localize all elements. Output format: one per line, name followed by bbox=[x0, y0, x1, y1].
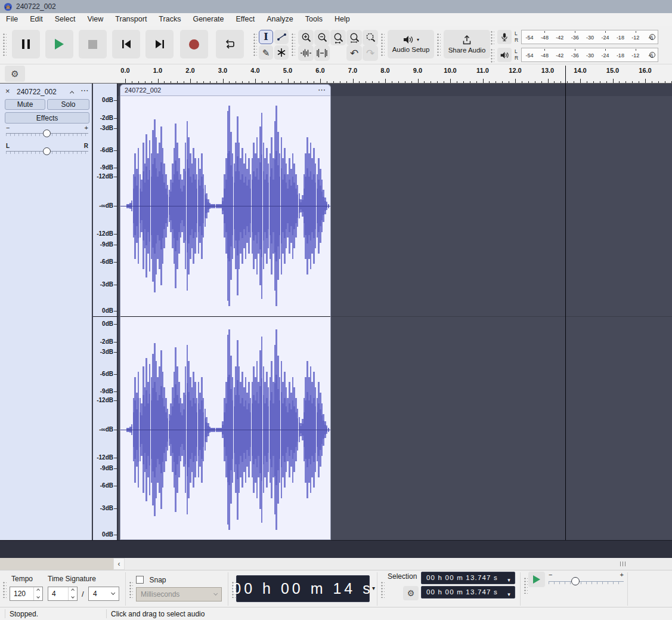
time-signature-upper-spinbox[interactable]: 4 bbox=[48, 587, 78, 601]
mute-button[interactable]: Mute bbox=[5, 99, 45, 110]
zoom-in-button[interactable] bbox=[298, 30, 314, 45]
empty-track-space[interactable] bbox=[0, 540, 672, 558]
tempo-down-button[interactable] bbox=[34, 594, 42, 600]
zoom-out-button[interactable] bbox=[314, 30, 330, 45]
title-bar[interactable]: 240722_002 bbox=[0, 0, 672, 13]
fit-selection-button[interactable] bbox=[330, 30, 346, 45]
share-toolbar-grip[interactable] bbox=[436, 33, 441, 57]
gain-slider-thumb[interactable] bbox=[43, 129, 51, 137]
snap-checkbox-row[interactable]: Snap bbox=[136, 574, 166, 585]
waveform-area[interactable]: 240722_002 ⋯ bbox=[117, 84, 672, 540]
menu-file[interactable]: File bbox=[0, 13, 24, 26]
audio-position-display[interactable]: 00 h 00 m 14 s bbox=[236, 575, 370, 602]
scrollbar-thumb-grip[interactable] bbox=[620, 562, 625, 566]
selection-start-caret-icon[interactable]: ▾ bbox=[507, 575, 511, 586]
ts-up-button[interactable] bbox=[69, 587, 77, 594]
transport-toolbar-grip[interactable] bbox=[2, 33, 7, 57]
selection-end-caret-icon[interactable]: ▾ bbox=[507, 589, 511, 600]
fit-project-button[interactable] bbox=[346, 30, 362, 45]
horizontal-scrollbar[interactable]: ‹ bbox=[0, 558, 672, 570]
ts-down-button[interactable] bbox=[69, 594, 77, 600]
clip-body[interactable] bbox=[120, 96, 331, 540]
vertical-db-ruler[interactable]: 0dB-2dB-3dB-6dB-9dB-12dB-∞dB-12dB-9dB-6d… bbox=[93, 84, 117, 540]
menu-generate[interactable]: Generate bbox=[187, 13, 230, 26]
menu-select[interactable]: Select bbox=[49, 13, 82, 26]
menu-edit[interactable]: Edit bbox=[24, 13, 49, 26]
timeline-scale[interactable]: 0.01.02.03.04.05.06.07.08.09.010.011.012… bbox=[0, 64, 672, 83]
selection-end-value[interactable]: 00 h 00 m 13.747 s bbox=[426, 588, 498, 596]
track-title[interactable]: 240722_002 bbox=[17, 88, 57, 96]
selection-end-field[interactable]: 00 h 00 m 13.747 s ▾ bbox=[421, 586, 515, 599]
menu-analyze[interactable]: Analyze bbox=[261, 13, 299, 26]
pan-slider-thumb[interactable] bbox=[43, 147, 51, 155]
audio-setup-button[interactable]: ▾ Audio Setup bbox=[388, 30, 434, 58]
skip-to-start-button[interactable] bbox=[112, 30, 140, 58]
audio-setup-toolbar-grip[interactable] bbox=[380, 33, 385, 57]
menu-view[interactable]: View bbox=[81, 13, 109, 26]
audio-clip[interactable]: 240722_002 ⋯ bbox=[120, 84, 331, 540]
track-menu-icon[interactable]: ⋯ bbox=[80, 85, 89, 95]
gain-slider[interactable]: − + bbox=[5, 125, 89, 141]
tempo-value[interactable]: 120 bbox=[10, 587, 33, 600]
audio-position-value[interactable]: 00 h 00 m 14 s bbox=[233, 580, 373, 597]
selection-toolbar-grip[interactable] bbox=[380, 581, 385, 598]
snap-toolbar-grip[interactable] bbox=[129, 581, 133, 598]
timeline-minor-tick bbox=[424, 81, 425, 84]
pan-slider[interactable]: L R bbox=[5, 143, 89, 159]
skip-to-end-button[interactable] bbox=[145, 30, 174, 58]
zoom-toggle-button[interactable] bbox=[363, 30, 378, 45]
redo-button[interactable]: ↷ bbox=[363, 45, 378, 61]
selection-start-field[interactable]: 00 h 00 m 13.747 s ▾ bbox=[421, 572, 515, 584]
multi-tool-button[interactable] bbox=[274, 45, 289, 60]
speed-slider-thumb[interactable] bbox=[571, 577, 580, 585]
selection-options-button[interactable]: ⚙ bbox=[403, 586, 419, 600]
play-at-speed-grip[interactable] bbox=[524, 577, 528, 594]
loop-button[interactable] bbox=[216, 30, 244, 58]
stop-button[interactable] bbox=[79, 30, 107, 58]
play-at-speed-button[interactable] bbox=[528, 572, 545, 587]
silence-audio-button[interactable] bbox=[314, 45, 330, 61]
menu-tools[interactable]: Tools bbox=[299, 13, 329, 26]
tempo-spinbox[interactable]: 120 bbox=[10, 587, 43, 601]
scroll-left-button[interactable]: ‹ bbox=[113, 558, 125, 570]
clip-header[interactable]: 240722_002 ⋯ bbox=[120, 84, 331, 96]
playback-meter-grip[interactable] bbox=[490, 48, 494, 63]
close-track-icon[interactable]: × bbox=[5, 87, 10, 95]
menu-transport[interactable]: Transport bbox=[109, 13, 153, 26]
menu-help[interactable]: Help bbox=[329, 13, 356, 26]
effects-button[interactable]: Effects bbox=[5, 112, 89, 124]
share-audio-button[interactable]: Share Audio bbox=[444, 30, 490, 58]
track-control-panel[interactable]: × 240722_002 ⋯ Mute Solo Effects − + L R bbox=[0, 84, 92, 540]
recording-meter[interactable]: -54-48-42-36-30-24-18-12-6 bbox=[521, 30, 658, 44]
track-area[interactable]: × 240722_002 ⋯ Mute Solo Effects − + L R bbox=[0, 84, 672, 540]
play-button[interactable] bbox=[45, 30, 73, 58]
menu-effect[interactable]: Effect bbox=[230, 13, 261, 26]
undo-button[interactable]: ↶ bbox=[346, 45, 362, 61]
selection-start-value[interactable]: 00 h 00 m 13.747 s bbox=[426, 574, 498, 581]
time-signature-lower-dropdown[interactable]: 4 bbox=[88, 587, 119, 601]
draw-tool-button[interactable]: ✎ bbox=[259, 45, 273, 60]
record-meter-grip[interactable] bbox=[490, 30, 494, 45]
snap-checkbox[interactable] bbox=[136, 576, 144, 584]
playback-meter-button[interactable] bbox=[497, 48, 512, 62]
menu-tracks[interactable]: Tracks bbox=[153, 13, 187, 26]
time-display-caret-icon[interactable]: ▾ bbox=[372, 585, 375, 591]
solo-button[interactable]: Solo bbox=[47, 99, 89, 110]
selection-tool-button[interactable]: I bbox=[259, 30, 273, 44]
tempo-up-button[interactable] bbox=[34, 587, 42, 594]
pause-button[interactable] bbox=[12, 30, 40, 58]
time-toolbar-grip[interactable] bbox=[2, 581, 7, 598]
edit-toolbar-grip[interactable] bbox=[291, 33, 295, 57]
record-button[interactable] bbox=[180, 30, 208, 58]
play-speed-slider[interactable]: − + bbox=[547, 572, 625, 587]
trim-audio-button[interactable] bbox=[298, 45, 314, 61]
tools-toolbar-grip[interactable] bbox=[253, 33, 257, 57]
collapse-track-icon[interactable] bbox=[70, 91, 75, 95]
clip-menu-icon[interactable]: ⋯ bbox=[318, 85, 326, 95]
timeline-ruler[interactable]: ⚙ 0.01.02.03.04.05.06.07.08.09.010.011.0… bbox=[0, 64, 672, 84]
timeline-tick-label: 2.0 bbox=[180, 67, 200, 74]
time-signature-upper-value[interactable]: 4 bbox=[48, 587, 68, 600]
playback-meter[interactable]: -54-48-42-36-30-24-18-12-6 bbox=[521, 48, 658, 62]
envelope-tool-button[interactable] bbox=[274, 30, 289, 44]
record-meter-button[interactable] bbox=[497, 30, 512, 44]
